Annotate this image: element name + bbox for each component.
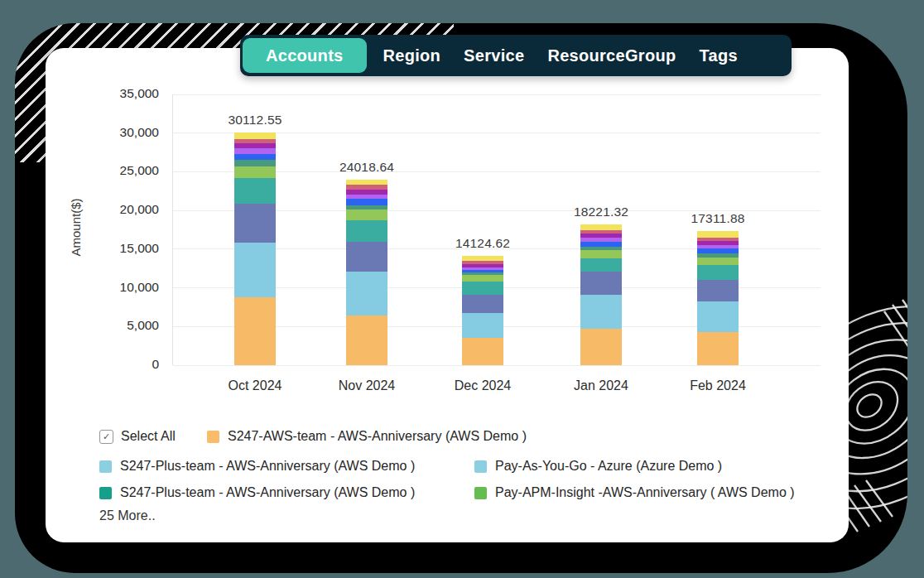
bar-segment-series-8[interactable]: [346, 190, 387, 195]
legend-item[interactable]: S247-Plus-team - AWS-Anniversary (AWS De…: [99, 485, 415, 500]
bar-segment-S247-Plus-team - AWS-Anniversary (AWS Demo )[interactable]: [580, 258, 622, 272]
bar-segment-S247-Plus-team - AWS-Anniversary (AWS Demo )[interactable]: [580, 295, 622, 329]
bar-total-label: 30112.55: [209, 113, 301, 128]
page: AccountsRegionServiceResourceGroupTags A…: [0, 0, 924, 578]
bar-segment-Pay-APM-Insight -AWS-Anniversary ( AWS Demo )[interactable]: [462, 275, 503, 281]
y-tick-label: 25,000: [93, 163, 159, 178]
bar-segment-series-6[interactable]: [580, 242, 622, 247]
bar-segment-series-10[interactable]: [580, 224, 622, 230]
legend-item[interactable]: Pay-As-You-Go - Azure (Azure Demo ): [474, 459, 722, 474]
bar-segment-series-5[interactable]: [234, 160, 276, 166]
bar-segment-S247-AWS-team - AWS-Anniversary (AWS Demo )[interactable]: [580, 329, 622, 365]
y-tick-label: 5,000: [93, 318, 159, 333]
bar-segment-Pay-APM-Insight -AWS-Anniversary ( AWS Demo )[interactable]: [346, 210, 387, 220]
bar-segment-series-5[interactable]: [462, 272, 503, 275]
bar-total-label: 17311.88: [672, 211, 763, 226]
bar-segment-series-6[interactable]: [697, 248, 739, 253]
bar-segment-series-9[interactable]: [462, 261, 503, 264]
bar-segment-S247-AWS-team - AWS-Anniversary (AWS Demo )[interactable]: [697, 332, 739, 365]
bar-segment-series-7[interactable]: [234, 148, 276, 154]
bar-segment-Pay-APM-Insight -AWS-Anniversary ( AWS Demo )[interactable]: [697, 258, 739, 265]
select-all-checkbox-icon[interactable]: ✓: [99, 430, 113, 444]
legend-swatch-icon: [207, 431, 219, 443]
bar-segment-series-8[interactable]: [580, 234, 622, 238]
bar-segment-series-7[interactable]: [462, 267, 503, 270]
legend: ✓ Select All S247-AWS-team - AWS-Anniver…: [99, 429, 845, 537]
bar-segment-series-8[interactable]: [462, 264, 503, 267]
bar-segment-series-7[interactable]: [697, 245, 739, 248]
legend-item-label: S247-Plus-team - AWS-Anniversary (AWS De…: [120, 459, 415, 474]
y-tick-label: 10,000: [93, 280, 159, 295]
bar-segment-S247-Plus-team - AWS-Anniversary (AWS Demo )[interactable]: [346, 272, 387, 315]
bar-segment-S247-Plus-team - AWS-Anniversary (AWS Demo )[interactable]: [697, 265, 739, 280]
tab-region[interactable]: Region: [372, 38, 453, 73]
tab-tags[interactable]: Tags: [687, 38, 748, 73]
x-axis-label: Dec 2024: [429, 378, 537, 393]
gridline: [173, 94, 821, 95]
bar-segment-series-5[interactable]: [697, 253, 739, 258]
tab-accounts[interactable]: Accounts: [243, 38, 367, 73]
bar-segment-series-9[interactable]: [346, 185, 387, 189]
bar-segment-Pay-APM-Insight -AWS-Anniversary ( AWS Demo )[interactable]: [580, 250, 622, 258]
bar-segment-S247-Plus-team - AWS-Anniversary (AWS Demo )[interactable]: [462, 313, 503, 338]
legend-swatch-icon: [99, 460, 112, 473]
bar-segment-series-9[interactable]: [697, 238, 739, 241]
x-axis-label: Feb 2024: [664, 378, 772, 393]
bar-segment-S247-Plus-team - AWS-Anniversary (AWS Demo )[interactable]: [697, 301, 739, 332]
bar-segment-series-6[interactable]: [234, 154, 276, 160]
y-tick-label: 0: [93, 357, 159, 372]
y-tick-label: 20,000: [93, 202, 159, 217]
bar-segment-series-8[interactable]: [697, 241, 739, 245]
bar-segment-Pay-APM-Insight -AWS-Anniversary ( AWS Demo )[interactable]: [234, 166, 276, 178]
bar-segment-series-7[interactable]: [580, 238, 622, 242]
bar-segment-series-5[interactable]: [580, 247, 622, 251]
bar-segment-series-8[interactable]: [234, 143, 276, 148]
legend-row: S247-Plus-team - AWS-Anniversary (AWS De…: [99, 459, 845, 477]
legend-item[interactable]: Pay-APM-Insight -AWS-Anniversary ( AWS D…: [474, 485, 795, 500]
legend-row: ✓ Select All S247-AWS-team - AWS-Anniver…: [99, 429, 845, 447]
bar-segment-S247-Plus-team - AWS-Anniversary (AWS Demo )[interactable]: [234, 243, 276, 297]
bar-segment-series-2[interactable]: [580, 272, 622, 295]
bar-segment-series-10[interactable]: [346, 180, 387, 185]
legend-item-label: S247-Plus-team - AWS-Anniversary (AWS De…: [120, 485, 415, 500]
bar-segment-series-10[interactable]: [234, 132, 276, 139]
tab-resourcegroup[interactable]: ResourceGroup: [536, 38, 687, 73]
bar-segment-series-2[interactable]: [346, 242, 387, 272]
bar-segment-S247-AWS-team - AWS-Anniversary (AWS Demo )[interactable]: [346, 315, 387, 365]
bar-segment-series-6[interactable]: [462, 270, 503, 272]
legend-row: S247-Plus-team - AWS-Anniversary (AWS De…: [99, 485, 845, 503]
bar-segment-series-9[interactable]: [580, 230, 622, 234]
bar-segment-series-2[interactable]: [462, 295, 503, 313]
bar-segment-S247-Plus-team - AWS-Anniversary (AWS Demo )[interactable]: [462, 282, 503, 295]
bar-segment-series-2[interactable]: [697, 280, 739, 301]
x-axis-label: Oct 2024: [201, 378, 309, 393]
bar-segment-series-10[interactable]: [697, 231, 739, 237]
plot-area: 30112.55Oct 202424018.64Nov 202414124.62…: [172, 94, 821, 365]
bar-segment-series-5[interactable]: [346, 205, 387, 210]
bar-segment-series-7[interactable]: [346, 195, 387, 200]
bar-total-label: 18221.32: [556, 205, 647, 219]
x-axis-label: Nov 2024: [313, 378, 421, 393]
bar-segment-series-2[interactable]: [234, 204, 276, 243]
select-all-control[interactable]: ✓ Select All: [99, 429, 176, 444]
select-all-label: Select All: [121, 429, 176, 444]
y-tick-label: 15,000: [93, 241, 159, 256]
bar-segment-S247-AWS-team - AWS-Anniversary (AWS Demo )[interactable]: [462, 338, 503, 365]
legend-item-label: Pay-As-You-Go - Azure (Azure Demo ): [495, 459, 722, 474]
bar-segment-series-9[interactable]: [234, 139, 276, 143]
bar-segment-series-6[interactable]: [346, 199, 387, 205]
bar-segment-S247-Plus-team - AWS-Anniversary (AWS Demo )[interactable]: [234, 178, 276, 204]
legend-item[interactable]: S247-AWS-team - AWS-Anniversary (AWS Dem…: [207, 429, 527, 444]
bar-segment-S247-Plus-team - AWS-Anniversary (AWS Demo )[interactable]: [346, 220, 387, 242]
legend-item[interactable]: S247-Plus-team - AWS-Anniversary (AWS De…: [99, 459, 415, 474]
y-tick-label: 35,000: [93, 86, 159, 101]
legend-swatch-icon: [474, 487, 487, 499]
bar-segment-S247-AWS-team - AWS-Anniversary (AWS Demo )[interactable]: [234, 297, 276, 365]
bar-total-label: 14124.62: [437, 236, 528, 251]
x-axis-label: Jan 2024: [547, 378, 655, 393]
legend-swatch-icon: [474, 460, 487, 473]
bar-segment-series-10[interactable]: [462, 256, 503, 261]
tab-service[interactable]: Service: [452, 38, 536, 73]
legend-more-link[interactable]: 25 More..: [99, 508, 156, 523]
legend-item-label: S247-AWS-team - AWS-Anniversary (AWS Dem…: [228, 429, 527, 444]
